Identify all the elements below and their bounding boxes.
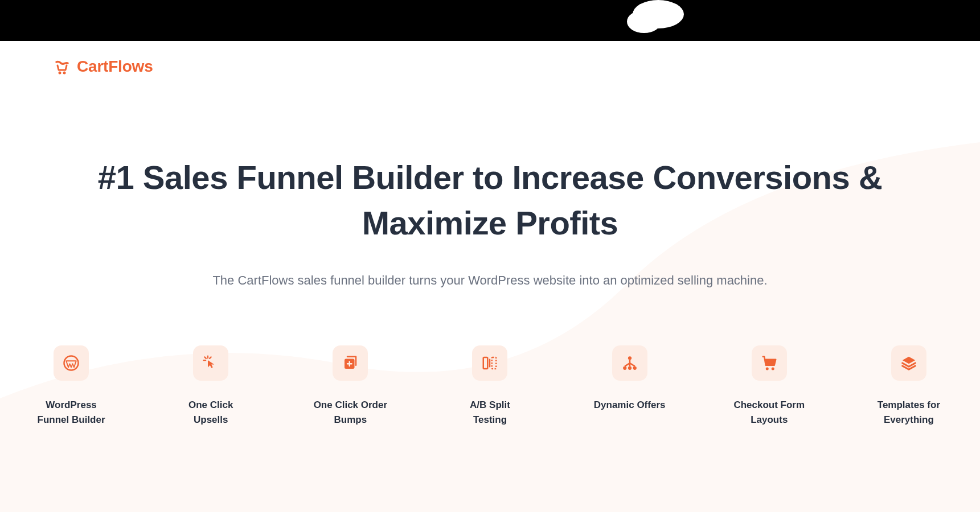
feature-wordpress-funnel[interactable]: WordPress Funnel Builder	[34, 345, 108, 428]
hero-section: #1 Sales Funnel Builder to Increase Conv…	[0, 155, 980, 291]
cursor-click-icon	[193, 345, 228, 381]
top-black-bar	[0, 0, 980, 41]
feature-order-bumps[interactable]: One Click Order Bumps	[313, 345, 387, 428]
hero-title: #1 Sales Funnel Builder to Increase Conv…	[68, 155, 912, 246]
cartflows-logo-icon	[53, 57, 71, 76]
brand-name: CartFlows	[77, 57, 153, 76]
feature-label: One Click Order Bumps	[313, 398, 387, 428]
svg-point-9	[633, 366, 636, 370]
svg-point-0	[59, 72, 61, 75]
svg-point-10	[766, 368, 769, 370]
feature-label: Dynamic Offers	[594, 398, 666, 413]
svg-rect-4	[483, 357, 488, 369]
svg-point-1	[63, 72, 66, 75]
hero-subtitle: The CartFlows sales funnel builder turns…	[68, 271, 912, 291]
svg-point-8	[628, 366, 632, 370]
wordpress-icon	[54, 345, 89, 381]
svg-point-2	[64, 356, 79, 370]
plus-box-icon	[333, 345, 368, 381]
feature-templates[interactable]: Templates for Everything	[872, 345, 946, 428]
svg-point-7	[623, 366, 626, 370]
svg-rect-5	[492, 357, 497, 369]
feature-dynamic-offers[interactable]: Dynamic Offers	[593, 345, 667, 428]
feature-label: A/B Split Testing	[453, 398, 527, 428]
svg-point-6	[628, 356, 632, 360]
hierarchy-icon	[612, 345, 647, 381]
brand-logo[interactable]: CartFlows	[53, 57, 153, 76]
ab-test-icon	[472, 345, 507, 381]
feature-label: Checkout Form Layouts	[732, 398, 806, 428]
svg-point-11	[772, 368, 774, 370]
decorative-blob	[627, 10, 661, 33]
feature-label: WordPress Funnel Builder	[34, 398, 108, 428]
features-row: WordPress Funnel Builder One Click Upsel…	[0, 345, 980, 428]
feature-one-click-upsells[interactable]: One Click Upsells	[174, 345, 248, 428]
feature-checkout-layouts[interactable]: Checkout Form Layouts	[732, 345, 806, 428]
feature-ab-testing[interactable]: A/B Split Testing	[453, 345, 527, 428]
feature-label: One Click Upsells	[174, 398, 248, 428]
cart-icon	[752, 345, 787, 381]
feature-label: Templates for Everything	[872, 398, 946, 428]
layers-icon	[891, 345, 926, 381]
